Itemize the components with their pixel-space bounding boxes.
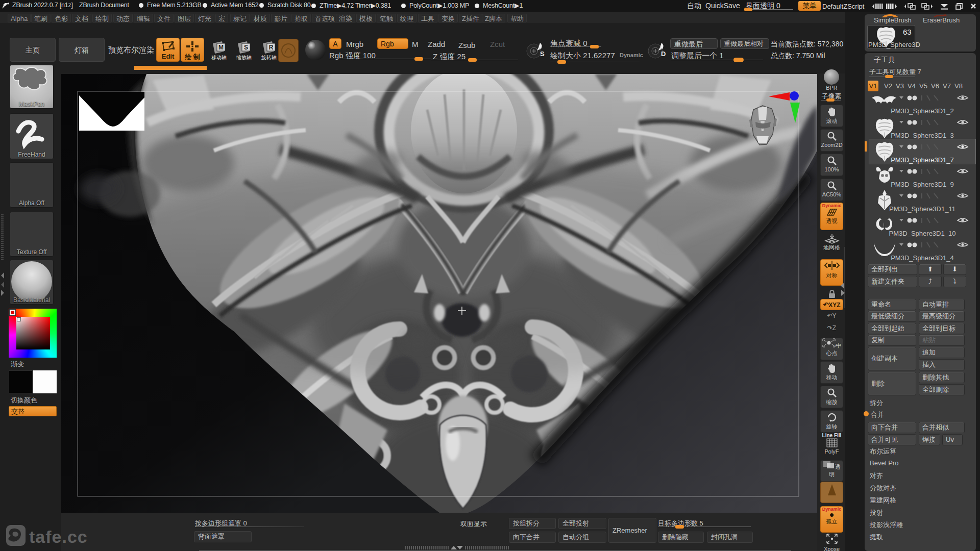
svg-text:M: M	[218, 44, 224, 51]
svg-text:缩放轴: 缩放轴	[236, 55, 252, 60]
svg-text:D: D	[661, 50, 666, 58]
svg-text:S: S	[244, 44, 248, 51]
svg-text:R: R	[269, 44, 274, 51]
svg-text:移动轴: 移动轴	[211, 55, 227, 60]
svg-text:旋转轴: 旋转轴	[261, 55, 277, 60]
svg-text:S: S	[540, 50, 545, 58]
